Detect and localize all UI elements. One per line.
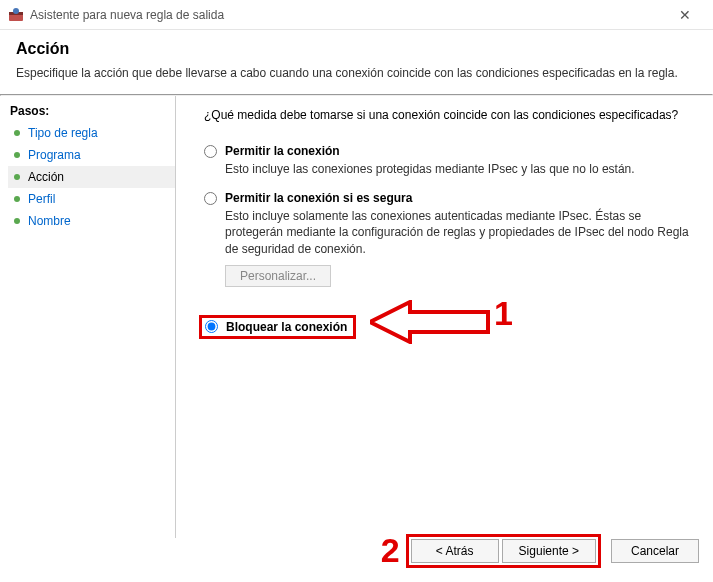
annotation-number-2: 2 [381, 531, 400, 570]
page-title: Acción [16, 40, 697, 58]
back-button[interactable]: < Atrás [411, 539, 499, 563]
label-block: Bloquear la conexión [226, 320, 347, 334]
next-button[interactable]: Siguiente > [502, 539, 596, 563]
step-label: Tipo de regla [28, 126, 98, 140]
bullet-icon [14, 196, 20, 202]
bullet-icon [14, 174, 20, 180]
option-allow: Permitir la conexión Esto incluye las co… [204, 144, 699, 177]
bullet-icon [14, 152, 20, 158]
bullet-icon [14, 218, 20, 224]
footer: 2 < Atrás Siguiente > Cancelar [381, 531, 699, 570]
prompt-text: ¿Qué medida debe tomarse si una conexión… [204, 108, 699, 122]
steps-title: Pasos: [8, 104, 175, 118]
radio-block[interactable] [205, 320, 218, 333]
step-label: Perfil [28, 192, 55, 206]
sub-allow: Esto incluye las conexiones protegidas m… [225, 161, 699, 177]
annotation-box-1: Bloquear la conexión [199, 315, 356, 339]
firewall-icon [8, 7, 24, 23]
annotation-box-2: < Atrás Siguiente > [406, 534, 601, 568]
radio-allow-secure[interactable] [204, 192, 217, 205]
step-accion[interactable]: Acción [8, 166, 175, 188]
page-description: Especifique la acción que debe llevarse … [16, 66, 697, 80]
titlebar: Asistente para nueva regla de salida ✕ [0, 0, 713, 30]
body: Pasos: Tipo de regla Programa Acción Per… [0, 96, 713, 538]
step-perfil[interactable]: Perfil [8, 188, 175, 210]
bullet-icon [14, 130, 20, 136]
sidebar: Pasos: Tipo de regla Programa Acción Per… [0, 96, 175, 538]
close-button[interactable]: ✕ [665, 3, 705, 27]
cancel-button[interactable]: Cancelar [611, 539, 699, 563]
content: ¿Qué medida debe tomarse si una conexión… [175, 96, 713, 538]
customize-button: Personalizar... [225, 265, 331, 287]
label-allow-secure: Permitir la conexión si es segura [225, 191, 412, 205]
step-programa[interactable]: Programa [8, 144, 175, 166]
step-nombre[interactable]: Nombre [8, 210, 175, 232]
svg-point-2 [13, 8, 19, 14]
window-title: Asistente para nueva regla de salida [30, 8, 224, 22]
sub-allow-secure: Esto incluye solamente las conexiones au… [225, 208, 699, 257]
label-allow: Permitir la conexión [225, 144, 340, 158]
radio-allow[interactable] [204, 145, 217, 158]
step-label: Programa [28, 148, 81, 162]
option-allow-secure: Permitir la conexión si es segura Esto i… [204, 191, 699, 301]
step-tipo-de-regla[interactable]: Tipo de regla [8, 122, 175, 144]
step-label: Acción [28, 170, 64, 184]
option-block: Bloquear la conexión [204, 315, 699, 339]
header: Acción Especifique la acción que debe ll… [0, 30, 713, 94]
step-label: Nombre [28, 214, 71, 228]
